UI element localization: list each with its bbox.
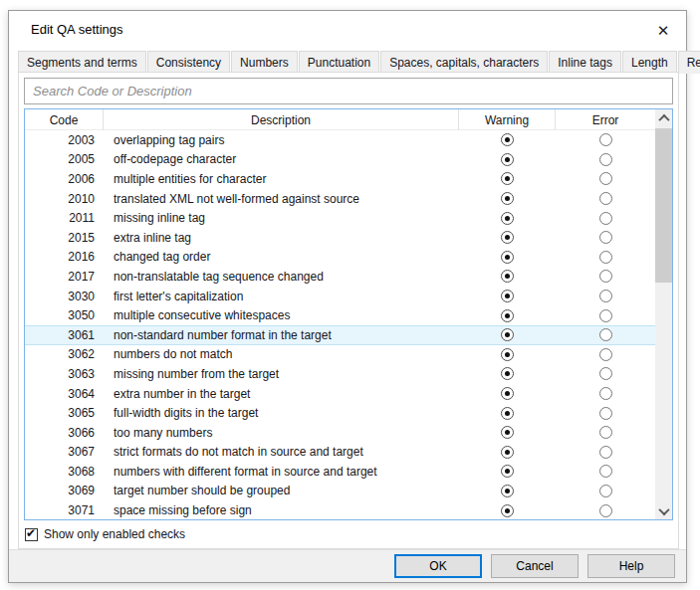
error-radio[interactable] <box>599 309 612 322</box>
tab-inline-tags[interactable]: Inline tags <box>549 51 621 74</box>
warning-cell <box>459 309 556 322</box>
cancel-button[interactable]: Cancel <box>491 554 579 578</box>
table-row[interactable]: 3067strict formats do not match in sourc… <box>25 443 655 463</box>
search-input[interactable] <box>24 78 673 104</box>
warning-radio[interactable] <box>501 465 514 478</box>
tab-segments-and-terms[interactable]: Segments and terms <box>18 51 146 74</box>
warning-radio[interactable] <box>501 407 514 420</box>
table-row[interactable]: 3061non-standard number format in the ta… <box>25 325 655 345</box>
warning-radio[interactable] <box>501 153 514 166</box>
error-radio[interactable] <box>599 485 612 497</box>
error-radio[interactable] <box>599 328 612 341</box>
table-row[interactable]: 2015extra inline tag <box>25 228 655 248</box>
tab-length[interactable]: Length <box>622 51 677 74</box>
error-radio[interactable] <box>599 153 612 166</box>
table-row[interactable]: 3063missing number from the target <box>25 364 655 384</box>
error-radio[interactable] <box>599 465 612 478</box>
warning-radio[interactable] <box>501 504 514 517</box>
warning-radio[interactable] <box>501 133 514 146</box>
error-cell <box>556 192 655 205</box>
column-header-code[interactable]: Code <box>25 109 104 130</box>
error-cell <box>556 212 655 225</box>
error-cell <box>556 231 655 244</box>
tab-numbers[interactable]: Numbers <box>231 51 298 74</box>
error-radio[interactable] <box>599 212 612 225</box>
column-header-description[interactable]: Description <box>104 109 459 130</box>
tab-spaces-capitals-characters[interactable]: Spaces, capitals, characters <box>380 51 548 74</box>
warning-cell <box>459 367 556 380</box>
table-row[interactable]: 2017non-translatable tag sequence change… <box>25 267 655 287</box>
table-row[interactable]: 3062numbers do not match <box>25 345 655 365</box>
error-radio[interactable] <box>599 270 612 283</box>
row-code: 3030 <box>25 290 104 303</box>
table-row[interactable]: 3065full-width digits in the target <box>25 403 655 423</box>
error-radio[interactable] <box>599 290 612 302</box>
scroll-down-icon[interactable] <box>655 502 672 519</box>
error-radio[interactable] <box>599 133 612 146</box>
error-radio[interactable] <box>599 426 612 439</box>
table-row[interactable]: 2003overlapping tag pairs <box>25 130 655 150</box>
warning-cell <box>459 328 556 341</box>
warning-radio[interactable] <box>501 270 514 283</box>
show-only-enabled-checkbox[interactable]: ✔ <box>25 528 38 541</box>
table-body: 2003overlapping tag pairs2005off-codepag… <box>25 130 655 520</box>
warning-radio[interactable] <box>501 290 514 302</box>
error-radio[interactable] <box>599 446 612 459</box>
warning-radio[interactable] <box>501 348 514 361</box>
tab-punctuation[interactable]: Punctuation <box>299 51 379 74</box>
column-header-warning[interactable]: Warning <box>459 109 556 130</box>
table-row[interactable]: 3069target number should be grouped <box>25 482 655 501</box>
warning-radio[interactable] <box>501 172 514 185</box>
table-row[interactable]: 2016changed tag order <box>25 248 655 268</box>
warning-radio[interactable] <box>501 446 514 459</box>
warning-radio[interactable] <box>501 367 514 380</box>
severity-tab-page: Code Description Warning Error 2003overl… <box>18 72 679 549</box>
scroll-up-icon[interactable] <box>655 109 672 126</box>
warning-cell <box>459 407 556 420</box>
warning-radio[interactable] <box>501 192 514 205</box>
warning-radio[interactable] <box>501 328 514 341</box>
error-cell <box>556 172 655 185</box>
table-row[interactable]: 3066too many numbers <box>25 423 655 443</box>
warning-radio[interactable] <box>501 387 514 400</box>
ok-button[interactable]: OK <box>394 554 482 578</box>
warning-radio[interactable] <box>501 485 514 497</box>
error-radio[interactable] <box>599 387 612 400</box>
warning-radio[interactable] <box>501 309 514 322</box>
table-row[interactable]: 2005off-codepage character <box>25 150 655 170</box>
column-header-error[interactable]: Error <box>556 109 655 130</box>
row-description: strict formats do not match in source an… <box>104 445 459 459</box>
tab-regex[interactable]: Regex <box>678 51 700 74</box>
table-row[interactable]: 3068numbers with different format in sou… <box>25 462 655 482</box>
warning-radio[interactable] <box>501 426 514 439</box>
table-row[interactable]: 3071space missing before sign <box>25 500 655 520</box>
table-row[interactable]: 3030first letter's capitalization <box>25 287 655 306</box>
error-radio[interactable] <box>599 251 612 264</box>
error-radio[interactable] <box>599 231 612 244</box>
close-icon[interactable]: ✕ <box>650 19 676 43</box>
table-row[interactable]: 3050multiple consecutive whitespaces <box>25 305 655 325</box>
table-row[interactable]: 2006multiple entities for character <box>25 169 655 189</box>
warning-cell <box>459 348 556 361</box>
help-button[interactable]: Help <box>587 554 675 578</box>
error-cell <box>556 328 655 341</box>
warning-radio[interactable] <box>501 231 514 244</box>
scrollbar-thumb[interactable] <box>655 128 672 283</box>
table-row[interactable]: 2010translated XML not well-formed again… <box>25 189 655 209</box>
tab-consistency[interactable]: Consistency <box>147 51 230 74</box>
error-radio[interactable] <box>599 504 612 517</box>
vertical-scrollbar[interactable] <box>655 109 672 519</box>
row-description: extra inline tag <box>104 231 459 245</box>
error-radio[interactable] <box>599 172 612 185</box>
warning-radio[interactable] <box>501 212 514 225</box>
qa-checks-table: Code Description Warning Error 2003overl… <box>24 108 673 520</box>
table-row[interactable]: 3064extra number in the target <box>25 384 655 404</box>
show-only-enabled-row: ✔ Show only enabled checks <box>25 527 185 541</box>
error-radio[interactable] <box>599 367 612 380</box>
table-row[interactable]: 2011missing inline tag <box>25 208 655 228</box>
row-description: missing number from the target <box>104 367 459 381</box>
error-radio[interactable] <box>599 407 612 420</box>
error-radio[interactable] <box>599 192 612 205</box>
warning-radio[interactable] <box>501 251 514 264</box>
error-radio[interactable] <box>599 348 612 361</box>
